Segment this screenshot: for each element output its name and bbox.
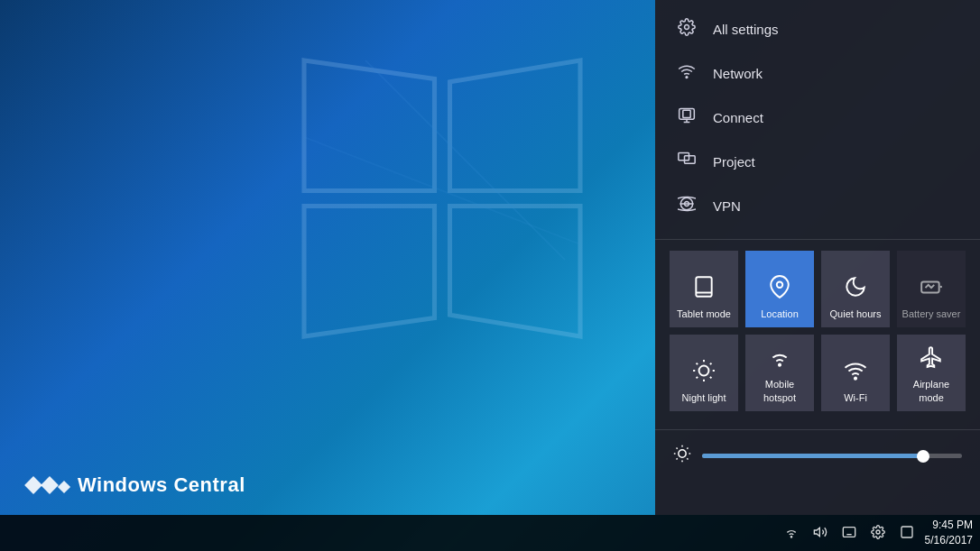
vpn-label: VPN xyxy=(713,198,741,214)
taskbar-settings-icon[interactable] xyxy=(867,521,889,546)
watermark-logo xyxy=(27,479,69,491)
tile-quiet-hours[interactable]: Quiet hours xyxy=(821,251,890,327)
tiles-row-2: Night light Mobilehotspot xyxy=(670,335,966,411)
svg-point-7 xyxy=(686,77,688,78)
svg-line-41 xyxy=(687,448,688,449)
airplane-mode-label: Airplane mode xyxy=(901,378,962,404)
svg-point-19 xyxy=(777,281,783,288)
windows-logo xyxy=(289,45,596,352)
svg-rect-55 xyxy=(901,527,912,537)
connect-icon xyxy=(677,106,697,129)
svg-rect-12 xyxy=(679,153,689,161)
tiles-row-1: Tablet mode Location xyxy=(670,251,966,327)
location-icon xyxy=(768,275,791,302)
all-settings-label: All settings xyxy=(713,22,779,37)
svg-line-26 xyxy=(710,377,712,379)
svg-point-22 xyxy=(699,365,709,375)
svg-point-42 xyxy=(790,536,791,537)
svg-marker-2 xyxy=(304,207,435,337)
quiet-hours-label: Quiet hours xyxy=(830,308,882,320)
hotspot-icon xyxy=(768,345,791,372)
svg-point-33 xyxy=(679,450,686,457)
taskbar: 9:45 PM 5/16/2017 xyxy=(0,515,980,551)
divider-1 xyxy=(655,239,980,240)
svg-point-54 xyxy=(876,530,880,534)
tile-mobile-hotspot[interactable]: Mobilehotspot xyxy=(745,335,814,411)
tile-airplane-mode[interactable]: Airplane mode xyxy=(897,335,966,411)
quick-actions: Tablet mode Location xyxy=(655,243,980,426)
svg-line-37 xyxy=(687,458,688,459)
watermark-text: Windows Central xyxy=(78,473,245,497)
menu-item-vpn[interactable]: VPN xyxy=(655,184,980,228)
gear-icon xyxy=(677,18,697,41)
night-light-label: Night light xyxy=(682,391,726,404)
svg-rect-13 xyxy=(685,156,696,163)
wifi-label: Wi-Fi xyxy=(844,391,867,404)
tile-tablet-mode[interactable]: Tablet mode xyxy=(670,251,738,327)
wifi-tile-icon xyxy=(844,359,867,386)
divider-2 xyxy=(655,429,980,430)
taskbar-network-icon[interactable] xyxy=(781,521,802,546)
network-icon xyxy=(677,62,697,85)
svg-line-30 xyxy=(710,363,712,364)
project-icon xyxy=(677,151,697,173)
vpn-icon xyxy=(677,195,697,217)
svg-marker-0 xyxy=(304,60,435,191)
connect-label: Connect xyxy=(713,110,763,125)
taskbar-keyboard-icon[interactable] xyxy=(838,521,860,546)
mobile-hotspot-label: Mobilehotspot xyxy=(763,378,796,404)
brightness-section xyxy=(655,434,980,478)
menu-item-network[interactable]: Network xyxy=(655,51,980,96)
svg-marker-3 xyxy=(450,207,581,337)
network-label: Network xyxy=(713,66,763,81)
location-label: Location xyxy=(761,308,799,320)
action-center: All settings Network xyxy=(655,0,980,515)
svg-line-40 xyxy=(677,458,678,459)
svg-rect-17 xyxy=(696,277,711,297)
svg-line-25 xyxy=(697,363,698,364)
watermark: Windows Central xyxy=(27,473,245,497)
battery-saver-label: Battery saver xyxy=(902,308,961,320)
tablet-mode-label: Tablet mode xyxy=(677,308,731,320)
tablet-icon xyxy=(692,275,716,302)
menu-item-connect[interactable]: Connect xyxy=(655,96,980,140)
svg-marker-1 xyxy=(450,60,581,191)
project-label: Project xyxy=(713,154,755,170)
svg-point-6 xyxy=(685,25,689,30)
menu-items-section: All settings Network xyxy=(655,0,980,235)
moon-icon xyxy=(844,275,867,302)
taskbar-datetime[interactable]: 9:45 PM 5/16/2017 xyxy=(925,518,973,548)
svg-point-32 xyxy=(855,377,856,379)
tile-location[interactable]: Location xyxy=(745,251,814,327)
taskbar-time-display: 9:45 PM xyxy=(925,518,973,533)
battery-icon xyxy=(920,275,943,302)
svg-line-4 xyxy=(365,60,565,260)
taskbar-notification-icon[interactable] xyxy=(896,521,918,546)
tile-wifi[interactable]: Wi-Fi xyxy=(821,335,890,411)
brightness-icon xyxy=(673,445,691,467)
svg-marker-43 xyxy=(814,528,819,536)
menu-item-project[interactable]: Project xyxy=(655,140,980,184)
airplane-icon xyxy=(920,345,943,372)
svg-rect-44 xyxy=(843,527,855,537)
menu-item-all-settings[interactable]: All settings xyxy=(655,7,980,51)
tile-battery-saver[interactable]: Battery saver xyxy=(897,251,966,327)
desktop: Windows Central All settings xyxy=(0,0,980,551)
taskbar-date-display: 5/16/2017 xyxy=(925,533,973,548)
night-light-icon xyxy=(692,359,716,386)
svg-rect-9 xyxy=(683,110,690,117)
taskbar-volume-icon[interactable] xyxy=(809,521,831,546)
svg-point-31 xyxy=(779,364,781,366)
svg-line-36 xyxy=(677,448,678,449)
brightness-slider[interactable] xyxy=(702,454,962,458)
svg-line-29 xyxy=(697,377,698,379)
tile-night-light[interactable]: Night light xyxy=(670,335,738,411)
